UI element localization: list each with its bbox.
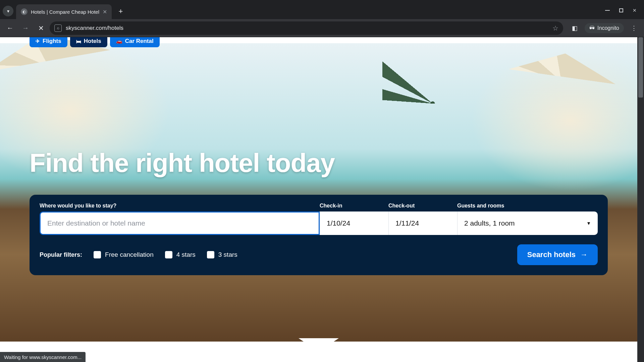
guests-field[interactable]: 2 adults, 1 room ▼: [457, 212, 598, 235]
window-close-button[interactable]: ✕: [633, 8, 637, 13]
browser-tab[interactable]: ◐ Hotels | Compare Cheap Hotel ✕: [16, 4, 112, 19]
incognito-indicator[interactable]: 🕶 Incognito: [585, 23, 624, 33]
status-text: Waiting for www.skyscanner.com...: [4, 354, 82, 360]
checkin-value: 1/10/24: [327, 219, 350, 227]
hotel-search-card: Where would you like to stay? Check-in 1…: [30, 195, 608, 275]
window-maximize-button[interactable]: [619, 8, 623, 12]
side-panel-button[interactable]: ◧: [568, 21, 581, 35]
destination-label: Where would you like to stay?: [40, 203, 320, 209]
hero-decor-umbrella: [501, 46, 619, 134]
tab-close-button[interactable]: ✕: [103, 9, 107, 15]
new-tab-button[interactable]: +: [115, 6, 126, 17]
scrollbar-thumb[interactable]: [638, 37, 643, 98]
browser-menu-button[interactable]: ⋮: [627, 21, 641, 35]
arrow-right-icon: →: [580, 250, 588, 259]
checkbox-icon: [207, 251, 214, 258]
browser-toolbar: ← → ✕ ⎋ skyscanner.com/hotels ☆ ◧ 🕶 Inco…: [0, 19, 644, 37]
nav-forward-button[interactable]: →: [19, 21, 32, 35]
incognito-icon: 🕶: [589, 25, 595, 31]
filter-3-stars[interactable]: 3 stars: [207, 251, 237, 258]
search-hotels-button[interactable]: Search hotels →: [517, 244, 598, 265]
category-tabs: ✈ Flights 🛏 Hotels 🚗 Car Rental: [30, 37, 160, 47]
tab-search-button[interactable]: ▾: [3, 6, 13, 16]
site-favicon-icon: ◐: [21, 8, 28, 15]
checkout-value: 1/11/24: [395, 219, 419, 227]
car-icon: 🚗: [116, 38, 122, 44]
hero-decor-palm: [382, 50, 483, 104]
window-minimize-button[interactable]: [605, 10, 610, 11]
guests-value: 2 adults, 1 room: [464, 219, 515, 227]
tab-hotels-label: Hotels: [84, 38, 101, 45]
nav-back-button[interactable]: ←: [3, 21, 17, 35]
destination-input[interactable]: [47, 219, 312, 227]
plane-icon: ✈: [36, 38, 40, 44]
search-button-label: Search hotels: [527, 250, 576, 259]
chevron-down-icon: ▾: [7, 8, 9, 14]
hero-background: [0, 43, 637, 345]
bed-icon: 🛏: [76, 39, 81, 44]
browser-titlebar: ▾ ◐ Hotels | Compare Cheap Hotel ✕ + ✕: [0, 0, 644, 19]
browser-status-bar: Waiting for www.skyscanner.com...: [0, 352, 86, 362]
hero-decor-umbrella: [0, 37, 121, 131]
address-bar[interactable]: ⎋ skyscanner.com/hotels ☆: [50, 21, 563, 35]
page-headline: Find the right hotel today: [30, 148, 335, 178]
bookmark-star-icon[interactable]: ☆: [552, 24, 558, 32]
destination-field[interactable]: [40, 212, 320, 235]
checkin-label: Check-in: [320, 203, 388, 209]
filter-4-stars[interactable]: 4 stars: [165, 251, 196, 258]
filter-4-stars-label: 4 stars: [176, 251, 196, 258]
chevron-down-icon: ▼: [586, 221, 591, 226]
tab-flights-label: Flights: [43, 38, 61, 45]
url-text: skyscanner.com/hotels: [66, 25, 123, 32]
tab-hotels[interactable]: 🛏 Hotels: [70, 37, 107, 47]
site-info-icon[interactable]: ⎋: [54, 24, 62, 32]
checkbox-icon: [165, 251, 172, 258]
tab-car-label: Car Rental: [125, 38, 154, 45]
vertical-scrollbar[interactable]: [637, 37, 644, 362]
checkout-field[interactable]: 1/11/24: [388, 212, 457, 235]
guests-label: Guests and rooms: [457, 203, 598, 209]
incognito-label: Incognito: [597, 25, 619, 31]
filter-free-cancellation[interactable]: Free cancellation: [94, 251, 154, 258]
popular-filters-label: Popular filters:: [40, 251, 82, 258]
filter-free-cancellation-label: Free cancellation: [105, 251, 154, 258]
nav-stop-button[interactable]: ✕: [34, 21, 48, 35]
filter-3-stars-label: 3 stars: [218, 251, 237, 258]
page-content: ✈ Flights 🛏 Hotels 🚗 Car Rental Find the…: [0, 37, 637, 362]
tab-title: Hotels | Compare Cheap Hotel: [31, 9, 99, 15]
checkin-field[interactable]: 1/10/24: [320, 212, 388, 235]
page-viewport: ✈ Flights 🛏 Hotels 🚗 Car Rental Find the…: [0, 37, 644, 362]
tab-car-rental[interactable]: 🚗 Car Rental: [110, 37, 160, 47]
tab-flights[interactable]: ✈ Flights: [30, 37, 67, 47]
window-controls: ✕: [605, 8, 644, 19]
checkbox-icon: [94, 251, 101, 258]
checkout-label: Check-out: [388, 203, 457, 209]
